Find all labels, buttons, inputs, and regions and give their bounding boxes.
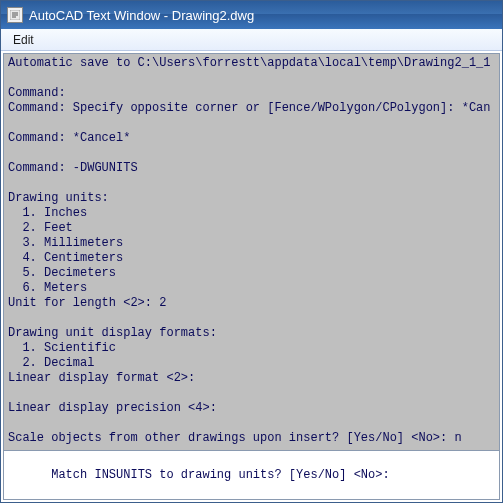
command-prompt-text: Match INSUNITS to drawing units? [Yes/No… xyxy=(51,468,389,482)
console-frame: Automatic save to C:\Users\forrestt\appd… xyxy=(3,53,500,500)
menu-edit[interactable]: Edit xyxy=(3,29,44,50)
autocad-text-window: AutoCAD Text Window - Drawing2.dwg Edit … xyxy=(0,0,503,503)
command-prompt[interactable]: Match INSUNITS to drawing units? [Yes/No… xyxy=(4,450,499,499)
console-output[interactable]: Automatic save to C:\Users\forrestt\appd… xyxy=(4,54,499,450)
titlebar: AutoCAD Text Window - Drawing2.dwg xyxy=(1,1,502,29)
window-title: AutoCAD Text Window - Drawing2.dwg xyxy=(29,8,254,23)
autocad-text-window-icon xyxy=(7,7,23,23)
menubar: Edit xyxy=(1,29,502,51)
menu-edit-label: Edit xyxy=(13,33,34,47)
